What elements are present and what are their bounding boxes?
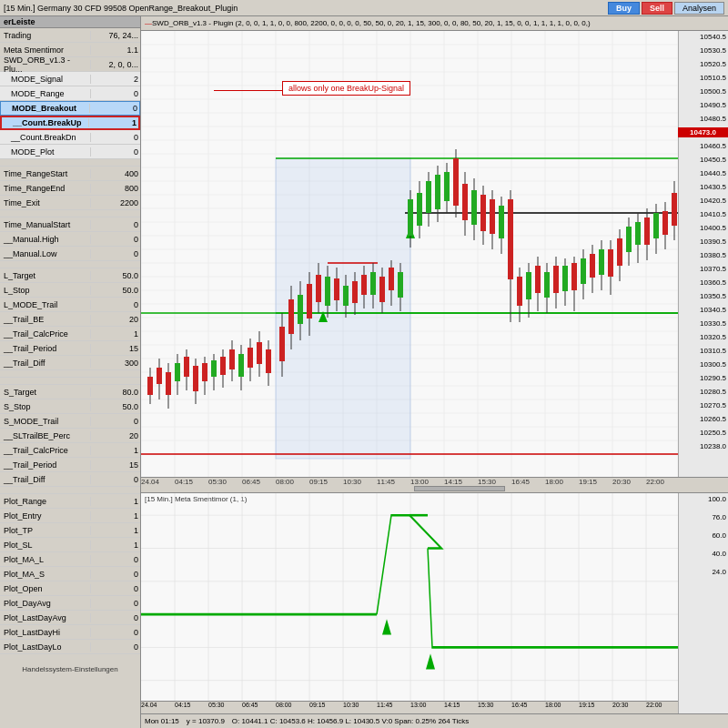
- param-val: 50.0: [90, 286, 140, 295]
- price-10460: 10460.5: [700, 142, 726, 150]
- param-name: __Trail_Diff: [0, 359, 90, 368]
- meta-label: Meta Smentimor: [0, 46, 90, 55]
- price-10330: 10330.5: [700, 319, 726, 328]
- param-name: Plot_LastDayLo: [0, 642, 90, 652]
- trading-row[interactable]: Trading 76, 24...: [0, 28, 140, 43]
- count-breakup-label: __Count.BreakUp: [2, 118, 88, 127]
- param-s-trail-diff[interactable]: __Trail_Diff 0: [0, 472, 140, 487]
- param-name: Plot_MA_L: [0, 555, 90, 564]
- scrollbar-thumb[interactable]: [414, 486, 505, 491]
- chart-scrollbar[interactable]: [141, 485, 678, 492]
- param-plot-lastdayhi[interactable]: Plot_LastDayHi 0: [0, 625, 140, 640]
- param-name: __Manual.High: [0, 235, 90, 244]
- sell-button[interactable]: Sell: [642, 2, 672, 15]
- status-ohlcv: O: 10441.1 C: 10453.6 H: 10456.9 L: 1043…: [232, 717, 724, 725]
- param-name: MODE_Range: [0, 89, 90, 98]
- param-manual-low[interactable]: __Manual.Low 0: [0, 247, 140, 261]
- param-mode-range[interactable]: MODE_Range 0: [0, 86, 140, 101]
- price-chart[interactable]: 10540.5 10530.5 10520.5 10510.5 10500.5 …: [141, 31, 728, 477]
- svg-rect-88: [298, 295, 303, 324]
- svg-rect-97: [334, 278, 339, 300]
- svg-rect-134: [499, 206, 504, 238]
- analysen-button[interactable]: Analysen: [674, 2, 724, 15]
- param-name: Plot_Entry: [0, 511, 90, 521]
- param-name: L_Stop: [0, 286, 90, 295]
- param-mode-plot[interactable]: MODE_Plot 0: [0, 145, 140, 159]
- param-val: 800: [90, 184, 140, 193]
- indicator-text: SWD_ORB_v1.3 - Plugin (2, 0, 0, 1, 1, 0,…: [152, 19, 591, 27]
- sent-40: 40.0: [712, 550, 726, 558]
- svg-rect-130: [480, 195, 486, 231]
- param-plot-open[interactable]: Plot_Open 0: [0, 581, 140, 596]
- param-mode-breakout[interactable]: MODE_Breakout 0: [0, 101, 140, 116]
- param-plot-dayavg[interactable]: Plot_DayAvg 0: [0, 596, 140, 611]
- svg-rect-76: [238, 354, 244, 377]
- param-name: Plot_TP: [0, 526, 90, 535]
- param-val: 0: [90, 417, 140, 426]
- param-s-mode-trail[interactable]: S_MODE_Trail 0: [0, 414, 140, 429]
- param-name: S_Target: [0, 388, 90, 397]
- sentiment-time-axis: 24.04 04:15 05:30 06:45 08:00 09:15 10:3…: [141, 701, 678, 713]
- price-10350: 10350.5: [700, 292, 726, 300]
- param-time-manstart[interactable]: Time_ManualStart 0: [0, 217, 140, 232]
- param-s-trail-period[interactable]: __Trail_Period 15: [0, 458, 140, 472]
- window-title-label: [15 Min.] Germany 30 CFD 99508 OpenRange…: [4, 4, 608, 13]
- param-trail-be[interactable]: __Trail_BE 20: [0, 312, 140, 327]
- param-plot-mal[interactable]: Plot_MA_L 0: [0, 552, 140, 567]
- param-name: Time_ManualStart: [0, 220, 90, 229]
- param-val: 0: [90, 613, 140, 622]
- param-trail-calcprice[interactable]: __Trail_CalcPrice 1: [0, 327, 140, 341]
- svg-rect-109: [389, 268, 394, 290]
- param-name: __Trail_BE: [0, 315, 90, 324]
- param-val: 400: [90, 169, 140, 178]
- param-s-stop[interactable]: S_Stop 50.0: [0, 399, 140, 414]
- price-10540: 10540.5: [700, 33, 726, 41]
- param-trail-period[interactable]: __Trail_Period 15: [0, 341, 140, 356]
- param-plot-entry[interactable]: Plot_Entry 1: [0, 509, 140, 523]
- param-plot-tp[interactable]: Plot_TP 1: [0, 523, 140, 538]
- svg-rect-60: [166, 372, 171, 395]
- price-10530: 10530.5: [700, 46, 726, 55]
- param-manual-high[interactable]: __Manual.High 0: [0, 232, 140, 247]
- param-time-rangestart[interactable]: Time_RangeStart 400: [0, 167, 140, 181]
- param-l-target[interactable]: L_Target 50.0: [0, 268, 140, 283]
- param-count-breakup[interactable]: __Count.BreakUp 1: [0, 116, 140, 130]
- param-mode-signal[interactable]: MODE_Signal 2: [0, 72, 140, 86]
- param-sl-trailbe[interactable]: __SLTrailBE_Perc 20: [0, 429, 140, 443]
- param-val: 1: [90, 526, 140, 535]
- param-plot-lastdayavg[interactable]: Plot_LastDayAvg 0: [0, 611, 140, 625]
- param-count-breakdn[interactable]: __Count.BreakDn 0: [0, 130, 140, 145]
- svg-rect-66: [193, 366, 198, 391]
- trading-label: Trading: [0, 31, 90, 40]
- param-name: Time_RangeEnd: [0, 184, 90, 193]
- meta-value: 1.1: [90, 46, 140, 55]
- param-plot-lastdaylo[interactable]: Plot_LastDayLo 0: [0, 640, 140, 654]
- price-10270: 10270.5: [700, 401, 726, 410]
- param-val: 15: [90, 460, 140, 470]
- price-10370: 10370.5: [700, 265, 726, 273]
- param-plot-mas[interactable]: Plot_MA_S 0: [0, 567, 140, 581]
- param-time-exit[interactable]: Time_Exit 2200: [0, 196, 140, 210]
- svg-rect-62: [175, 363, 180, 381]
- param-plot-sl[interactable]: Plot_SL 1: [0, 538, 140, 552]
- svg-rect-84: [279, 327, 285, 361]
- param-s-target[interactable]: S_Target 80.0: [0, 385, 140, 399]
- param-plot-range[interactable]: Plot_Range 1: [0, 494, 140, 509]
- param-val: 300: [90, 359, 140, 368]
- count-breakup-value: 1: [88, 118, 138, 127]
- price-10390: 10390.5: [700, 238, 726, 246]
- param-l-mode-trail[interactable]: L_MODE_Trail 0: [0, 298, 140, 312]
- price-10340: 10340.5: [700, 306, 726, 314]
- param-name: MODE_Plot: [0, 147, 90, 157]
- buy-button[interactable]: Buy: [608, 2, 640, 15]
- param-trail-diff[interactable]: __Trail_Diff 300: [0, 356, 140, 370]
- plugin-row[interactable]: SWD_ORB_v1.3 - Plu... 2, 0, 0...: [0, 57, 140, 72]
- param-l-stop[interactable]: L_Stop 50.0: [0, 283, 140, 298]
- price-10250: 10250.5: [700, 429, 726, 437]
- param-time-rangeend[interactable]: Time_RangeEnd 800: [0, 181, 140, 196]
- svg-rect-154: [590, 254, 595, 278]
- param-name: L_MODE_Trail: [0, 300, 90, 309]
- price-10280: 10280.5: [700, 388, 726, 396]
- left-panel: erLeiste Trading 76, 24... Meta Smentimo…: [0, 16, 141, 728]
- param-s-trail-calcprice[interactable]: __Trail_CalcPrice 1: [0, 443, 140, 458]
